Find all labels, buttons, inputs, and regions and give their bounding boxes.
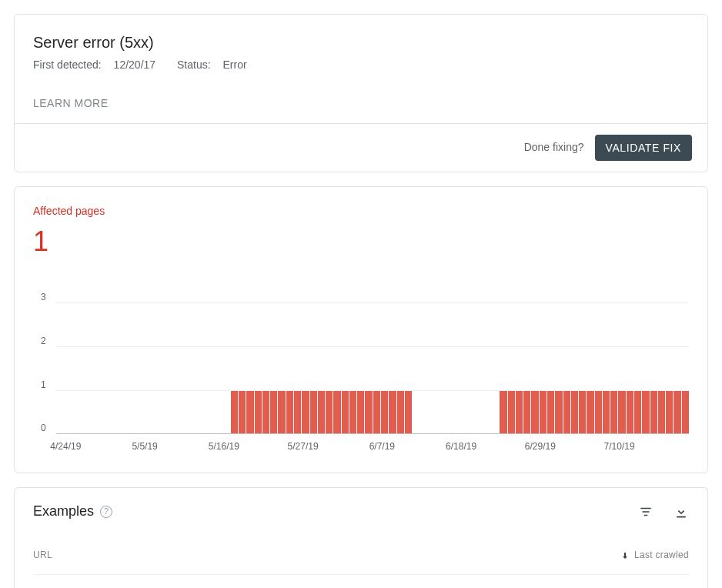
y-tick: 0 [41, 422, 46, 435]
chart-bar [365, 390, 372, 433]
examples-card: Examples ? URL Last crawled https://chea… [14, 487, 708, 588]
y-tick: 3 [41, 291, 46, 304]
chart-bar [627, 390, 633, 433]
chart-bar [674, 390, 680, 433]
y-tick: 2 [41, 335, 46, 348]
chart-bar [239, 390, 246, 433]
done-fixing-label: Done fixing? [524, 140, 584, 155]
chart-bar [555, 390, 562, 433]
learn-more-link[interactable]: LEARN MORE [33, 96, 689, 112]
chart-bar [286, 390, 293, 433]
chart-bar [318, 390, 325, 433]
x-tick: 6/29/19 [525, 440, 556, 453]
chart-bar [349, 390, 356, 433]
x-tick: 7/10/19 [604, 440, 635, 453]
chart-bar [333, 390, 340, 433]
chart-bar [231, 390, 238, 433]
x-tick: 6/18/19 [446, 440, 476, 453]
first-detected: First detected: 12/20/17 [33, 58, 168, 71]
chart-bar [405, 390, 412, 433]
validate-fix-button[interactable]: VALIDATE FIX [595, 135, 692, 161]
gridline [56, 302, 689, 303]
chart-bar [262, 390, 269, 433]
x-tick: 4/24/19 [50, 440, 81, 453]
download-icon[interactable] [674, 504, 689, 520]
svg-rect-2 [644, 515, 648, 516]
chart-bar [302, 390, 309, 433]
chart-bar [516, 390, 523, 433]
chart-bar [326, 390, 333, 433]
examples-table-header: URL Last crawled [33, 541, 689, 574]
affected-pages-count: 1 [33, 222, 689, 261]
chart-bar [500, 390, 506, 433]
chart-bar [381, 390, 388, 433]
x-tick: 5/5/19 [132, 440, 157, 453]
gridline [56, 346, 689, 347]
chart-bar [587, 390, 593, 433]
chart-bar [658, 390, 665, 433]
svg-rect-0 [640, 508, 651, 509]
affected-pages-label: Affected pages [33, 204, 689, 219]
sort-descending-icon [620, 551, 630, 560]
status: Status: Error [177, 58, 256, 71]
chart-bar [571, 390, 578, 433]
chart-bar [634, 390, 641, 433]
chart-bar [666, 390, 673, 433]
chart-bar [255, 390, 262, 433]
chart-bar [650, 390, 657, 433]
table-row[interactable]: https://cheapsslsecurity.com/blog/code-s… [33, 574, 689, 588]
url-column-header[interactable]: URL [33, 549, 573, 562]
error-title: Server error (5xx) [33, 32, 689, 53]
chart-bar [603, 390, 610, 433]
examples-title: Examples [33, 502, 94, 521]
chart-bar [294, 390, 301, 433]
chart-bar [310, 390, 317, 433]
x-tick: 5/27/19 [288, 440, 319, 453]
y-tick: 1 [41, 379, 46, 392]
chart-bar [618, 390, 625, 433]
chart-bar [540, 390, 547, 433]
last-crawled-column-header[interactable]: Last crawled [573, 549, 689, 562]
chart-bar [610, 390, 617, 433]
chart-bar [357, 390, 364, 433]
chart-bar [563, 390, 570, 433]
chart-bar [531, 390, 538, 433]
chart-bar [278, 390, 285, 433]
svg-rect-1 [643, 511, 650, 513]
chart-bar [246, 390, 253, 433]
chart-bar [373, 390, 380, 433]
gridline [56, 390, 689, 391]
affected-pages-chart: 0123 4/24/195/5/195/16/195/27/196/7/196/… [33, 292, 689, 457]
chart-bar [642, 390, 649, 433]
help-icon[interactable]: ? [100, 506, 112, 518]
chart-bar [397, 390, 404, 433]
chart-bar [508, 390, 515, 433]
chart-bar [270, 390, 277, 433]
filter-icon[interactable] [638, 504, 653, 520]
chart-bar [547, 390, 554, 433]
chart-bar [523, 390, 530, 433]
x-tick: 5/16/19 [209, 440, 239, 453]
chart-bar [595, 390, 602, 433]
error-status-card: Server error (5xx) First detected: 12/20… [14, 14, 708, 172]
chart-bar [389, 390, 396, 433]
affected-pages-card: Affected pages 1 0123 4/24/195/5/195/16/… [14, 186, 708, 473]
chart-bar [682, 390, 689, 433]
chart-bar [579, 390, 586, 433]
x-tick: 6/7/19 [369, 440, 395, 453]
chart-bar [342, 390, 349, 433]
